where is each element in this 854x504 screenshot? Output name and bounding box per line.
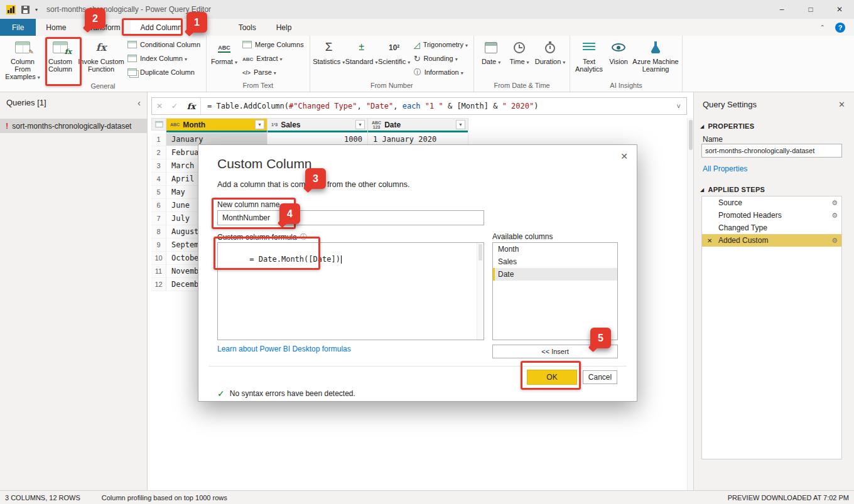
quick-access-dropdown-icon[interactable]: ▾ [35,7,38,13]
filter-icon[interactable]: ▼ [255,120,264,129]
power-query-editor-window: ▾ sort-months-chronologically - Power Qu… [0,0,854,504]
date-button[interactable]: Date [477,36,505,67]
tab-home[interactable]: Home [36,19,76,36]
applied-steps-list: Source Promoted Headers Changed Type Add… [701,196,842,459]
learn-formulas-link[interactable]: Learn about Power BI Desktop formulas [217,345,351,353]
azure-machine-learning-button[interactable]: Azure Machine Learning [632,36,679,73]
text-analytics-button[interactable]: Text Analytics [573,36,605,73]
clock-icon [514,39,525,56]
delete-step-icon[interactable] [707,237,712,244]
merge-columns-button[interactable]: Merge Columns [241,40,306,50]
column-header-date[interactable]: ABC123 Date ▼ [368,118,468,131]
standard-button[interactable]: Standard [345,36,378,67]
properties-section-header[interactable]: ◢ PROPERTIES [700,122,754,130]
help-icon[interactable]: ? [835,23,845,33]
formula-check-icon[interactable]: ✓ [167,102,182,110]
time-button[interactable]: Time [505,36,533,67]
gear-icon[interactable] [831,237,841,245]
applied-steps-section-header[interactable]: ◢ APPLIED STEPS [700,186,765,193]
duration-button[interactable]: Duration [533,36,567,67]
queries-panel: Queries [1] ‹ ! sort-months-chronologica… [0,92,148,490]
tab-tools[interactable]: Tools [229,19,266,36]
button-label: Invoke Custom Function [78,58,124,73]
triangle-icon [414,40,420,50]
queries-panel-title: Queries [1] [6,98,46,107]
table-icon [155,121,163,127]
columns-rows-info: 3 COLUMNS, 12 ROWS [5,494,80,501]
annotation-box-custom-column [45,37,82,86]
column-from-examples-button[interactable]: ✎ Column From Examples [3,36,43,82]
list-item-date[interactable]: Date [493,268,617,281]
annotation-badge-3: 3 [305,168,326,189]
scientific-button[interactable]: Scientific [378,36,411,67]
column-header-month[interactable]: ABC Month ▼ [166,118,268,131]
plus-minus-icon [359,39,364,56]
group-label-from-date-time: From Date & Time [477,81,567,92]
group-label-from-text: From Text [209,81,307,92]
row-number: 6 [151,199,166,212]
query-settings-title: Query Settings [703,100,757,109]
table-menu-button[interactable] [151,118,166,131]
vertical-scrollbar[interactable] [687,118,693,490]
query-list-item[interactable]: ! sort-months-chronologically-dataset [0,119,147,133]
collapse-panel-icon[interactable]: ‹ [138,97,141,108]
list-item-sales[interactable]: Sales [493,255,617,268]
gear-icon[interactable] [831,199,841,207]
minimize-button[interactable]: – [767,0,796,19]
all-properties-link[interactable]: All Properties [703,164,747,173]
ribbon-group-ai-insights: Text Analytics Vision Azure Machine Lear… [570,36,683,92]
warning-icon: ! [6,121,8,131]
format-button[interactable]: Format [209,36,239,67]
close-button[interactable]: ✕ [825,0,854,19]
formula-bar[interactable]: ✕ ✓ fx = Table.AddColumn(#"Changed Type"… [151,97,687,115]
parse-icon [242,68,251,76]
sigma-icon [325,39,333,56]
filter-icon[interactable]: ▼ [456,120,465,129]
vision-button[interactable]: Vision [605,36,632,65]
editor-scrollbar[interactable] [477,243,484,340]
statistics-button[interactable]: Statistics [313,36,345,67]
close-icon[interactable]: ✕ [620,151,628,161]
extract-button[interactable]: Extract [241,53,306,63]
gear-icon[interactable] [831,212,841,220]
step-source[interactable]: Source [702,196,841,209]
merge-icon [242,41,252,48]
parse-button[interactable]: Parse [241,67,306,77]
close-icon[interactable]: ✕ [838,100,845,109]
annotation-badge-4: 4 [279,203,300,224]
conditional-column-button[interactable]: Conditional Column [126,40,202,50]
invoke-custom-function-button[interactable]: fx Invoke Custom Function [78,36,124,73]
formula-cancel-icon[interactable]: ✕ [152,102,167,110]
trigonometry-button[interactable]: Trigonometry [412,40,470,50]
cancel-button[interactable]: Cancel [583,370,617,384]
list-item-month[interactable]: Month [493,243,617,255]
formula-expand-icon[interactable]: ˅ [677,102,686,110]
collapse-ribbon-icon[interactable]: ⌃ [820,24,825,31]
column-header-sales[interactable]: 1²3 Sales ▼ [268,118,368,131]
profiling-info[interactable]: Column profiling based on top 1000 rows [102,494,227,501]
info-icon [414,67,421,78]
tab-file[interactable]: File [0,19,36,36]
step-added-custom[interactable]: Added Custom [702,234,841,247]
eye-icon [612,39,625,56]
quick-access-toolbar: ▾ [0,5,38,14]
step-promoted-headers[interactable]: Promoted Headers [702,209,841,222]
filter-icon[interactable]: ▼ [355,120,365,129]
format-icon [218,39,230,56]
maximize-button[interactable]: □ [796,0,825,19]
step-changed-type[interactable]: Changed Type [702,222,841,234]
row-number: 9 [151,239,166,252]
index-column-button[interactable]: Index Column [126,53,202,63]
annotation-box-add-column [122,18,183,36]
window-title: sort-months-chronologically - Power Quer… [46,5,211,14]
ribbon-group-from-number: Statistics Standard Scientific Trigonome… [310,36,474,92]
rounding-button[interactable]: Rounding [412,53,470,63]
tab-help[interactable]: Help [266,19,302,36]
duplicate-column-button[interactable]: Duplicate Column [126,67,202,77]
information-button[interactable]: Information [412,67,470,77]
ribbon-group-from-text: Format Merge Columns Extract Parse [207,36,310,92]
formula-input[interactable]: = Table.AddColumn(#"Changed Type", "Date… [201,102,677,110]
save-icon[interactable] [21,6,30,14]
query-name-input[interactable]: sort-months-chronologically-dataset [701,144,842,158]
table-pencil-icon: ✎ [15,39,30,56]
